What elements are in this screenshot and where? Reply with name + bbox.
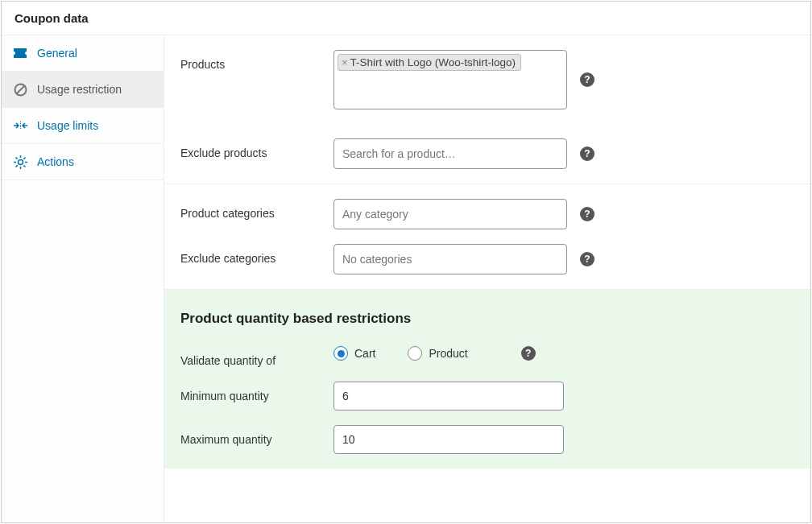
control-wrap (334, 425, 564, 454)
gear-icon (13, 155, 27, 169)
row-product-categories: Product categories Any category ? (164, 184, 810, 229)
label-exclude-categories: Exclude categories (180, 244, 334, 265)
control-wrap: Search for a product… ? (334, 138, 594, 169)
help-icon[interactable]: ? (580, 207, 594, 221)
row-min-quantity: Minimum quantity (164, 367, 810, 411)
quantity-restrictions-section: Product quantity based restrictions Vali… (164, 290, 810, 468)
label-min-quantity: Minimum quantity (180, 382, 334, 402)
product-categories-select[interactable]: Any category (334, 199, 567, 229)
min-quantity-input[interactable] (334, 382, 564, 411)
ticket-icon (13, 46, 27, 60)
validate-quantity-radio-group: Cart Product (334, 346, 468, 361)
row-exclude-categories: Exclude categories No categories ? (164, 229, 810, 290)
radio-cart[interactable]: Cart (334, 346, 375, 361)
radio-label: Product (429, 347, 467, 360)
tab-label: Usage limits (37, 119, 98, 132)
control-wrap: × T-Shirt with Logo (Woo-tshirt-logo) ? (334, 50, 594, 109)
tab-content: Products × T-Shirt with Logo (Woo-tshirt… (164, 35, 810, 522)
control-wrap: No categories ? (334, 244, 594, 274)
ban-icon (13, 82, 27, 97)
coupon-tabs-sidebar: General Usage restriction Usage limits A… (2, 35, 164, 522)
control-wrap: Cart Product ? (334, 346, 536, 361)
control-wrap: Any category ? (334, 199, 594, 229)
label-exclude-products: Exclude products (180, 138, 334, 159)
svg-point-3 (18, 159, 23, 164)
tag-label: T-Shirt with Logo (Woo-tshirt-logo) (350, 56, 516, 68)
section-heading: Product quantity based restrictions (164, 290, 810, 332)
svg-line-9 (23, 165, 25, 167)
help-icon[interactable]: ? (580, 146, 594, 161)
exclude-products-select[interactable]: Search for a product… (334, 138, 567, 169)
products-select[interactable]: × T-Shirt with Logo (Woo-tshirt-logo) (334, 50, 567, 109)
svg-line-8 (15, 157, 17, 159)
svg-line-1 (16, 85, 24, 93)
panel-body: General Usage restriction Usage limits A… (2, 35, 810, 522)
row-validate-quantity: Validate quantity of Cart Product (164, 332, 810, 367)
exclude-categories-select[interactable]: No categories (334, 244, 567, 274)
radio-product[interactable]: Product (408, 346, 467, 361)
tab-general[interactable]: General (2, 35, 164, 72)
row-products: Products × T-Shirt with Logo (Woo-tshirt… (164, 35, 810, 124)
radio-checked-icon (334, 346, 348, 361)
tab-usage-restriction[interactable]: Usage restriction (2, 72, 164, 108)
row-max-quantity: Maximum quantity (164, 411, 810, 454)
label-products: Products (180, 50, 334, 71)
tab-usage-limits[interactable]: Usage limits (2, 108, 164, 144)
tab-label: General (37, 47, 77, 60)
remove-tag-icon[interactable]: × (342, 56, 348, 68)
tab-label: Usage restriction (37, 83, 122, 96)
placeholder-text: No categories (338, 253, 412, 266)
arrows-collapse-icon (13, 118, 27, 133)
radio-unchecked-icon (408, 346, 422, 361)
help-icon[interactable]: ? (580, 72, 594, 87)
label-product-categories: Product categories (180, 199, 334, 220)
svg-line-11 (23, 157, 25, 159)
radio-label: Cart (354, 347, 375, 360)
max-quantity-input[interactable] (334, 425, 564, 454)
help-icon[interactable]: ? (580, 252, 594, 266)
tab-label: Actions (37, 155, 74, 168)
tab-actions[interactable]: Actions (2, 144, 164, 180)
control-wrap (334, 382, 564, 411)
product-tag: × T-Shirt with Logo (Woo-tshirt-logo) (338, 54, 521, 71)
label-max-quantity: Maximum quantity (180, 425, 334, 446)
panel-title: Coupon data (2, 2, 810, 35)
svg-line-10 (15, 165, 17, 167)
coupon-data-panel: Coupon data General Usage restriction (1, 1, 811, 523)
label-validate-quantity: Validate quantity of (180, 346, 334, 367)
placeholder-text: Search for a product… (338, 147, 456, 160)
placeholder-text: Any category (338, 208, 408, 221)
row-exclude-products: Exclude products Search for a product… ? (164, 124, 810, 184)
help-icon[interactable]: ? (521, 346, 536, 361)
